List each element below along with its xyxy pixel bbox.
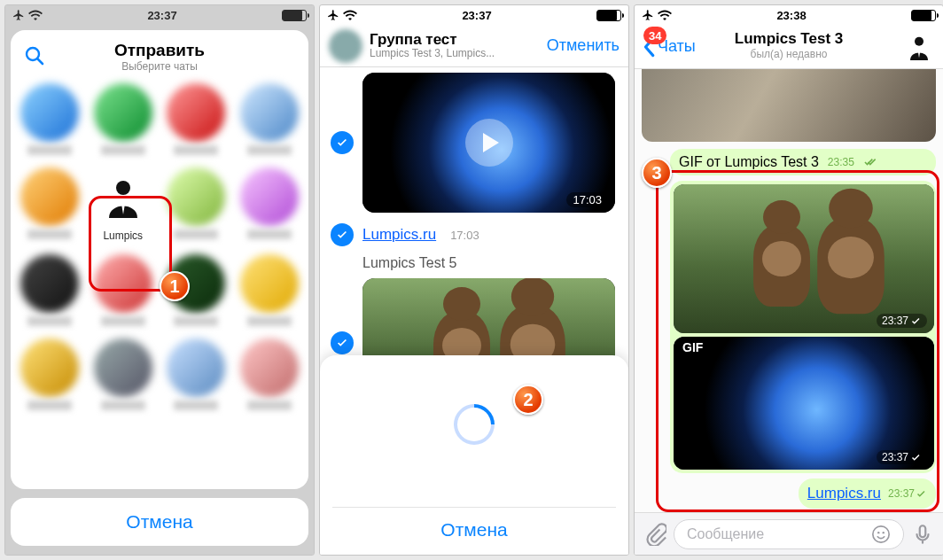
chat-cell[interactable] (16, 167, 84, 242)
statusbar: 23:37 (320, 5, 628, 25)
attach-icon[interactable] (643, 523, 666, 546)
share-subtitle: Выберите чаты (121, 60, 198, 73)
share-title: Отправить (114, 41, 205, 60)
message-input[interactable]: Сообщение (674, 519, 904, 549)
gif-label: GIF (682, 340, 703, 354)
chat-cell[interactable] (90, 254, 158, 326)
panel-2-forwarding: 23:37 Группа тест Lumpics Test 3, Lumpic… (319, 4, 629, 556)
link-text: Lumpics.ru (362, 226, 436, 244)
svg-line-1 (38, 59, 43, 65)
message-row[interactable]: Lumpics.ru 17:03 (320, 218, 628, 252)
svg-point-2 (116, 181, 130, 195)
composer: Сообщение (635, 512, 943, 555)
cancel-label: Отмена (126, 511, 192, 533)
step-badge-2: 2 (513, 385, 543, 415)
chat-cell[interactable] (236, 167, 304, 242)
video-duration: 17:03 (566, 192, 608, 207)
chat-cell[interactable] (236, 338, 304, 410)
cancel-button[interactable]: Отмена (320, 519, 628, 541)
statusbar: 23:38 (635, 5, 943, 25)
clock: 23:38 (776, 9, 806, 22)
check-icon (336, 229, 348, 241)
chat-cell[interactable] (162, 167, 230, 242)
chat-cell[interactable] (90, 338, 158, 410)
suit-silhouette-icon (906, 34, 932, 60)
step-badge-3: 3 (642, 158, 672, 188)
check-icon (863, 158, 876, 167)
placeholder: Сообщение (687, 526, 764, 542)
cancel-button[interactable]: Отмена (11, 498, 308, 546)
chat-body[interactable]: GIF от Lumpics Test 3 23:35 23:37 GIF 23… (635, 69, 943, 512)
panel-3-chat-result: 23:38 Чаты 34 Lumpics Test 3 был(а) неда… (634, 4, 943, 556)
checkbox-checked[interactable] (331, 331, 354, 354)
chat-cell[interactable] (16, 338, 84, 410)
check-icon (336, 337, 348, 349)
prev-image (642, 69, 936, 142)
navbar: Группа тест Lumpics Test 3, Lumpics... О… (320, 25, 628, 67)
sent-image-bears[interactable]: 23:37 (674, 184, 934, 333)
sending-sheet: Отмена (320, 355, 628, 555)
image-time: 23:37 (877, 450, 927, 464)
battery-icon (911, 10, 936, 21)
gif-caption: GIF от Lumpics Test 3 (679, 154, 819, 170)
chat-cell[interactable] (90, 83, 158, 155)
group-avatar[interactable] (329, 29, 362, 63)
lumpics-label: Lumpics (103, 229, 143, 242)
nav-title: Группа тест (370, 31, 540, 49)
check-icon (916, 490, 927, 498)
nav-cancel-button[interactable]: Отменить (547, 36, 620, 55)
airplane-mode-icon (327, 9, 339, 21)
chat-cell[interactable] (236, 254, 304, 326)
check-icon (911, 317, 922, 325)
suit-silhouette-icon (102, 175, 144, 218)
svg-point-6 (883, 531, 885, 533)
link-text[interactable]: Lumpics.ru (807, 485, 881, 502)
sticker-icon[interactable] (871, 525, 891, 544)
message-bubble-gif-caption: GIF от Lumpics Test 3 23:35 (670, 149, 936, 175)
loading-spinner-icon (445, 395, 503, 453)
contact-avatar[interactable] (902, 30, 936, 64)
chat-cell[interactable] (16, 83, 84, 155)
checkbox-checked[interactable] (331, 223, 354, 246)
chat-cell-lumpics[interactable]: Lumpics (90, 167, 158, 242)
nav-subtitle: Lumpics Test 3, Lumpics... (370, 48, 540, 60)
wifi-icon (343, 10, 357, 20)
play-icon (465, 119, 513, 167)
image-time: 23:37 (877, 314, 927, 328)
chat-cell[interactable] (236, 83, 304, 155)
clock: 23:37 (462, 9, 491, 22)
video-thumbnail[interactable]: 17:03 (362, 73, 615, 213)
microphone-icon[interactable] (911, 523, 934, 546)
checkbox-checked[interactable] (331, 131, 354, 154)
battery-icon (596, 10, 621, 21)
message-row[interactable]: 17:03 (320, 67, 628, 218)
gif-caption-time: 23:35 (828, 156, 854, 168)
link-time: 23:37 (888, 487, 927, 500)
search-button[interactable] (21, 43, 48, 69)
link-time: 17:03 (450, 229, 479, 242)
sender-name: Lumpics Test 5 (320, 252, 628, 273)
svg-point-4 (873, 525, 889, 541)
share-sheet: Отправить Выберите чаты Lumpics (11, 30, 308, 489)
svg-point-3 (915, 37, 924, 46)
chat-cell[interactable] (162, 338, 230, 410)
airplane-mode-icon (642, 9, 654, 21)
chat-grid: Lumpics (11, 83, 308, 416)
svg-rect-7 (920, 525, 926, 537)
check-icon (336, 136, 348, 149)
lumpics-avatar (94, 167, 152, 226)
chat-cell[interactable] (16, 254, 84, 326)
svg-point-5 (877, 531, 879, 533)
navbar: Чаты 34 Lumpics Test 3 был(а) недавно (635, 25, 943, 69)
sent-gif-earth[interactable]: GIF 23:37 (674, 337, 934, 470)
step-badge-1: 1 (160, 271, 190, 301)
wifi-icon (658, 10, 672, 20)
message-bubble-link: Lumpics.ru 23:37 (799, 478, 936, 509)
chat-cell[interactable] (162, 83, 230, 155)
check-icon (911, 454, 922, 462)
panel-1-share-sheet: 23:37 Отправить Выберите чаты (4, 4, 315, 556)
unread-badge: 34 (643, 27, 666, 44)
message-bubble-images: 23:37 GIF 23:37 (670, 181, 936, 473)
search-icon (24, 45, 45, 66)
